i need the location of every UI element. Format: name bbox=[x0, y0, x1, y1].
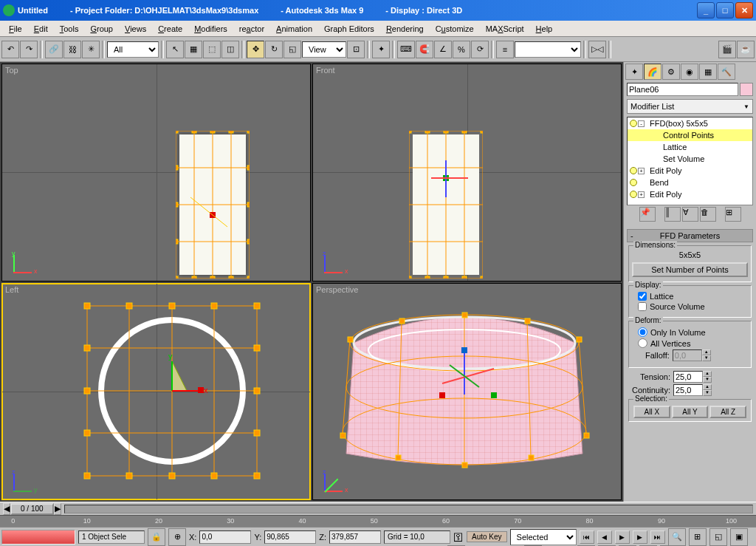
source-volume-checkbox[interactable]: Source Volume bbox=[638, 302, 742, 311]
select-region-button[interactable]: ⬚ bbox=[203, 41, 221, 58]
display-tab[interactable]: ▦ bbox=[699, 64, 717, 80]
make-unique-button[interactable]: ∀ bbox=[682, 207, 698, 222]
abs-rel-button[interactable]: ⊕ bbox=[168, 528, 186, 546]
time-ruler[interactable]: 0 10 20 30 40 50 60 70 80 90 100 bbox=[0, 515, 756, 527]
bind-spacewarp-button[interactable]: ✳ bbox=[82, 41, 100, 58]
angle-snap-button[interactable]: ∠ bbox=[434, 41, 452, 58]
goto-end-button[interactable]: ⏭ bbox=[650, 530, 665, 544]
menu-edit[interactable]: Edit bbox=[28, 23, 54, 35]
hierarchy-tab[interactable]: ⚙ bbox=[662, 64, 680, 80]
nav-zoom-button[interactable]: 🔍 bbox=[668, 528, 686, 546]
close-button[interactable]: ✕ bbox=[735, 2, 753, 18]
x-coord-input[interactable] bbox=[199, 530, 251, 544]
utilities-tab[interactable]: 🔨 bbox=[718, 64, 735, 80]
lock-selection-button[interactable]: 🔒 bbox=[148, 528, 165, 546]
viewport-left[interactable]: Left y x yz bbox=[1, 283, 311, 501]
motion-tab[interactable]: ◉ bbox=[681, 64, 698, 80]
move-button[interactable]: ✥ bbox=[247, 41, 264, 58]
time-slider[interactable]: ◀ 0 / 100 ▶ bbox=[0, 502, 756, 515]
stack-control-points[interactable]: Control Points bbox=[628, 129, 752, 141]
unlink-button[interactable]: ⛓ bbox=[63, 41, 81, 58]
nav-zoom-all-button[interactable]: ⊞ bbox=[689, 528, 707, 546]
pin-stack-button[interactable]: 📌 bbox=[639, 207, 656, 222]
selection-filter-dropdown[interactable]: All bbox=[107, 41, 159, 58]
viewport-perspective[interactable]: Perspective bbox=[312, 283, 622, 501]
menu-create[interactable]: Create bbox=[152, 23, 188, 35]
menu-tools[interactable]: Tools bbox=[54, 23, 85, 35]
named-selection-dropdown[interactable] bbox=[515, 41, 581, 58]
keyboard-shortcut-button[interactable]: ⌨ bbox=[397, 41, 415, 58]
redo-button[interactable]: ↷ bbox=[20, 41, 38, 58]
show-end-result-button[interactable]: ║ bbox=[664, 207, 681, 222]
modifier-list-dropdown[interactable]: Modifier List bbox=[627, 99, 753, 114]
render-button[interactable]: ☕ bbox=[737, 41, 755, 58]
nav-fov-button[interactable]: ▣ bbox=[730, 528, 748, 546]
modifier-stack[interactable]: -FFD(box) 5x5x5 Control Points Lattice S… bbox=[627, 117, 753, 205]
minimize-button[interactable]: _ bbox=[697, 2, 715, 18]
menu-maxscript[interactable]: MAXScript bbox=[480, 23, 530, 35]
key-mode-dropdown[interactable]: Selected bbox=[510, 529, 577, 545]
spinner-snap-button[interactable]: ⟳ bbox=[471, 41, 489, 58]
slider-right-icon[interactable]: ▶ bbox=[54, 503, 61, 515]
stack-lattice[interactable]: Lattice bbox=[628, 141, 752, 153]
undo-button[interactable]: ↶ bbox=[1, 41, 19, 58]
menu-graph-editors[interactable]: Graph Editors bbox=[318, 23, 380, 35]
configure-sets-button[interactable]: ⊞ bbox=[725, 207, 741, 222]
nav-zoom-extents-button[interactable]: ◱ bbox=[709, 528, 727, 546]
z-coord-input[interactable] bbox=[329, 530, 381, 544]
scale-button[interactable]: ◱ bbox=[284, 41, 301, 58]
snap-toggle-button[interactable]: 🧲 bbox=[416, 41, 433, 58]
autokey-button[interactable]: Auto Key bbox=[467, 531, 507, 542]
menu-customize[interactable]: Customize bbox=[430, 23, 480, 35]
menu-views[interactable]: Views bbox=[119, 23, 152, 35]
remove-modifier-button[interactable]: 🗑 bbox=[700, 207, 716, 222]
next-frame-button[interactable]: ▶ bbox=[633, 530, 647, 544]
coord-system-dropdown[interactable]: View bbox=[302, 41, 346, 58]
slider-left-icon[interactable]: ◀ bbox=[3, 503, 10, 515]
object-name-input[interactable] bbox=[627, 83, 738, 96]
select-by-name-button[interactable]: ▦ bbox=[185, 41, 202, 58]
link-button[interactable]: 🔗 bbox=[45, 41, 63, 58]
maximize-button[interactable]: □ bbox=[716, 2, 734, 18]
mirror-button[interactable]: ▷◁ bbox=[588, 41, 606, 58]
menu-file[interactable]: File bbox=[3, 23, 28, 35]
viewport-front[interactable]: Front xz bbox=[312, 64, 622, 281]
all-vertices-radio[interactable]: All Vertices bbox=[638, 338, 742, 348]
all-y-button[interactable]: All Y bbox=[672, 406, 709, 418]
play-button[interactable]: ▶ bbox=[615, 530, 630, 544]
goto-start-button[interactable]: ⏮ bbox=[580, 530, 594, 544]
menu-rendering[interactable]: Rendering bbox=[380, 23, 430, 35]
pivot-button[interactable]: ⊡ bbox=[347, 41, 365, 58]
stack-ffd[interactable]: -FFD(box) 5x5x5 bbox=[628, 117, 752, 129]
stack-bend[interactable]: Bend bbox=[628, 177, 752, 188]
menu-group[interactable]: Group bbox=[84, 23, 119, 35]
window-crossing-button[interactable]: ◫ bbox=[221, 41, 239, 58]
lattice-checkbox[interactable]: Lattice bbox=[638, 292, 742, 301]
y-coord-input[interactable] bbox=[264, 530, 316, 544]
all-x-button[interactable]: All X bbox=[633, 406, 670, 418]
object-color-swatch[interactable] bbox=[740, 83, 753, 96]
stack-edit-poly-1[interactable]: +Edit Poly bbox=[628, 165, 752, 177]
quick-render-button[interactable]: 🎬 bbox=[718, 41, 736, 58]
prev-frame-button[interactable]: ◀ bbox=[597, 530, 612, 544]
tension-spinner[interactable]: ▲▼ bbox=[673, 371, 712, 383]
menu-modifiers[interactable]: Modifiers bbox=[188, 23, 233, 35]
named-selection-button[interactable]: ≡ bbox=[496, 41, 514, 58]
viewport-top[interactable]: Top bbox=[1, 64, 311, 281]
stack-set-volume[interactable]: Set Volume bbox=[628, 153, 752, 165]
menu-animation[interactable]: Animation bbox=[270, 23, 318, 35]
menu-help[interactable]: Help bbox=[530, 23, 559, 35]
frame-handle[interactable]: 0 / 100 bbox=[10, 503, 54, 515]
manipulate-button[interactable]: ✦ bbox=[372, 41, 390, 58]
continuity-spinner[interactable]: ▲▼ bbox=[673, 384, 712, 396]
menu-reactor[interactable]: reactor bbox=[233, 23, 270, 35]
modify-tab[interactable]: 🌈 bbox=[644, 64, 662, 80]
stack-edit-poly-2[interactable]: +Edit Poly bbox=[628, 188, 752, 200]
rotate-button[interactable]: ↻ bbox=[265, 41, 283, 58]
all-z-button[interactable]: All Z bbox=[709, 406, 746, 418]
select-button[interactable]: ↖ bbox=[166, 41, 184, 58]
percent-snap-button[interactable]: % bbox=[453, 41, 470, 58]
create-tab[interactable]: ✦ bbox=[625, 64, 643, 80]
only-in-volume-radio[interactable]: Only In Volume bbox=[638, 327, 742, 337]
set-points-button[interactable]: Set Number of Points bbox=[632, 262, 748, 277]
